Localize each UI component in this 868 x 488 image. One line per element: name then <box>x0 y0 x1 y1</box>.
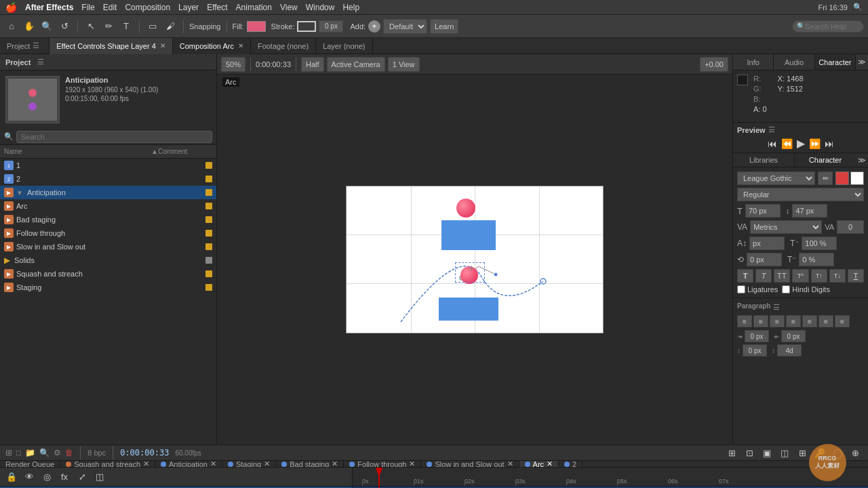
tl-tab-badstaging[interactable]: Bad staging ✕ <box>276 461 344 468</box>
font-size-input[interactable] <box>745 204 781 218</box>
tab-comp-close[interactable]: ✕ <box>238 42 243 49</box>
tsf-input[interactable] <box>802 237 837 250</box>
space-before-input[interactable] <box>743 344 767 357</box>
preview-skip-fwd[interactable]: ⏭ <box>825 138 834 149</box>
toolbar-brush-btn[interactable]: 🖌 <box>163 19 178 34</box>
toolbar-zoom-btn[interactable]: 🔍 <box>39 19 54 34</box>
tab-footage[interactable]: Footage (none) <box>251 38 316 54</box>
tab-character-sub[interactable]: Character <box>795 153 856 167</box>
pink-ball-top[interactable] <box>456 199 475 218</box>
style-sub[interactable]: T↓ <box>829 269 846 283</box>
tl-tab-squash-close[interactable]: ✕ <box>143 461 149 468</box>
add-button[interactable]: + <box>368 20 380 33</box>
rotation-input[interactable] <box>747 253 782 266</box>
tl-time-display[interactable]: 0:00:00:33 <box>120 448 169 458</box>
justify-left[interactable]: ≡ <box>786 315 801 327</box>
comp-zoom-btn[interactable]: 50% <box>221 57 245 72</box>
align-left[interactable]: ≡ <box>737 315 752 327</box>
file-item-2[interactable]: 2 2 <box>0 172 216 186</box>
style-super[interactable]: T↑ <box>811 269 827 283</box>
style-faux-italic[interactable]: T <box>755 269 772 283</box>
tl-tab-squash[interactable]: Squash and streach ✕ <box>60 461 155 468</box>
tab-panel-menu-icon[interactable]: ☰ <box>30 40 42 52</box>
tab-layer[interactable]: Layer (none) <box>316 38 372 54</box>
trash-icon-tl[interactable]: 🗑 <box>65 448 73 458</box>
tl-tab-staging[interactable]: Staging ✕ <box>222 461 276 468</box>
menu-composition[interactable]: Composition <box>125 3 170 12</box>
tl-tab-anticipation[interactable]: Anticipation ✕ <box>155 461 222 468</box>
blue-rect-bottom[interactable] <box>439 298 498 321</box>
view-count-btn[interactable]: 1 View <box>388 57 420 72</box>
file-item-anticipation[interactable]: ▶ ▼ Anticipation <box>0 186 216 199</box>
style-small-caps[interactable]: Tᴬ <box>792 269 808 283</box>
indent-before-input[interactable] <box>745 330 769 342</box>
folder-icon-tl[interactable]: 📁 <box>25 448 35 458</box>
ligatures-check[interactable]: Ligatures <box>737 285 778 293</box>
toolbar-pen-btn[interactable]: ✏ <box>101 19 116 34</box>
tab-effect-close[interactable]: ✕ <box>160 42 165 49</box>
project-menu-icon[interactable]: ☰ <box>35 56 47 68</box>
justify-center[interactable]: ≡ <box>802 315 817 327</box>
tl-tab-arc[interactable]: Arc ✕ <box>519 461 559 468</box>
menu-window[interactable]: Window <box>306 3 335 12</box>
metrics-select[interactable]: Metrics <box>750 220 822 234</box>
right-panel-menu-icon[interactable]: ≫ <box>856 54 868 70</box>
new-comp-icon[interactable]: □ <box>16 448 21 458</box>
indent-after-input[interactable] <box>781 330 806 342</box>
tl-tab-anticipation-close[interactable]: ✕ <box>210 461 216 468</box>
menu-animation[interactable]: Animation <box>236 3 272 12</box>
font-style-select[interactable]: Regular <box>737 188 864 201</box>
fill-color-box[interactable] <box>247 21 266 32</box>
tl-tab-2[interactable]: 2 <box>559 461 583 468</box>
line-height-input[interactable] <box>792 204 827 218</box>
tl-ctrl-4[interactable]: ◫ <box>777 445 792 460</box>
preview-menu-icon[interactable]: ☰ <box>768 125 775 134</box>
project-search-input[interactable] <box>16 131 212 143</box>
style-faux-bold[interactable]: T <box>737 269 753 283</box>
tab-project[interactable]: Project ☰ <box>0 38 50 54</box>
tl-ctrl-1[interactable]: ⊞ <box>724 445 739 460</box>
preview-play-btn[interactable]: +0.00 <box>700 57 728 72</box>
menu-effect[interactable]: Effect <box>207 3 227 12</box>
justify-all[interactable]: ≡ <box>835 315 850 327</box>
tl-tab-follow[interactable]: Follow through ✕ <box>344 461 421 468</box>
search-icon-tl[interactable]: 🔍 <box>39 448 50 458</box>
file-item-arc[interactable]: ▶ Arc <box>0 199 216 213</box>
col-sort-icon[interactable]: ▲ <box>151 148 158 155</box>
menu-help[interactable]: Help <box>342 3 359 12</box>
align-right[interactable]: ≡ <box>770 315 785 327</box>
ligatures-checkbox[interactable] <box>737 285 745 293</box>
file-item-staging[interactable]: ▶ Staging <box>0 281 216 294</box>
layer-lock-all[interactable]: 🔒 <box>4 470 19 485</box>
menu-view[interactable]: View <box>280 3 298 12</box>
menu-edit[interactable]: Edit <box>103 3 117 12</box>
layer-3d-all[interactable]: ◫ <box>92 470 107 485</box>
style-underline[interactable]: T <box>848 269 864 283</box>
resolution-btn[interactable]: Half <box>301 57 324 72</box>
camera-btn[interactable]: Active Camera <box>327 57 385 72</box>
preview-skip-back[interactable]: ⏮ <box>768 138 777 149</box>
preview-step-back[interactable]: ⏪ <box>781 138 793 149</box>
font-style-edit[interactable]: ✏ <box>818 171 833 185</box>
playhead[interactable] <box>378 468 380 486</box>
color-swatch-red[interactable] <box>835 171 849 185</box>
stroke-value-input[interactable] <box>319 20 343 33</box>
tl-ctrl-2[interactable]: ⊡ <box>742 445 757 460</box>
paragraph-menu-icon[interactable]: ☰ <box>773 303 780 312</box>
justify-right[interactable]: ≡ <box>818 315 833 327</box>
tracks-panel[interactable]: 0s 01s 02s 03s 04s 05s 06s 07s <box>353 468 868 488</box>
style-all-caps[interactable]: TT <box>774 269 790 283</box>
tl-tab-slowin-close[interactable]: ✕ <box>507 461 513 468</box>
render-queue-icon[interactable]: ⊞ <box>5 448 12 458</box>
blue-rect-top[interactable] <box>441 220 496 250</box>
tsf-v-input[interactable] <box>799 253 834 266</box>
tracking-input[interactable] <box>837 220 864 234</box>
file-item-squash[interactable]: ▶ Squash and streach <box>0 267 216 281</box>
toolbar-home-btn[interactable]: ⌂ <box>4 19 19 34</box>
file-item-badstaging[interactable]: ▶ Bad staging <box>0 213 216 226</box>
toolbar-rotate-btn[interactable]: ↺ <box>57 19 72 34</box>
toolbar-hand-btn[interactable]: ✋ <box>22 19 37 34</box>
char-panel-expand[interactable]: ≫ <box>856 153 868 167</box>
layer-solo-all[interactable]: ◎ <box>39 470 54 485</box>
preview-play[interactable]: ▶ <box>797 137 805 150</box>
